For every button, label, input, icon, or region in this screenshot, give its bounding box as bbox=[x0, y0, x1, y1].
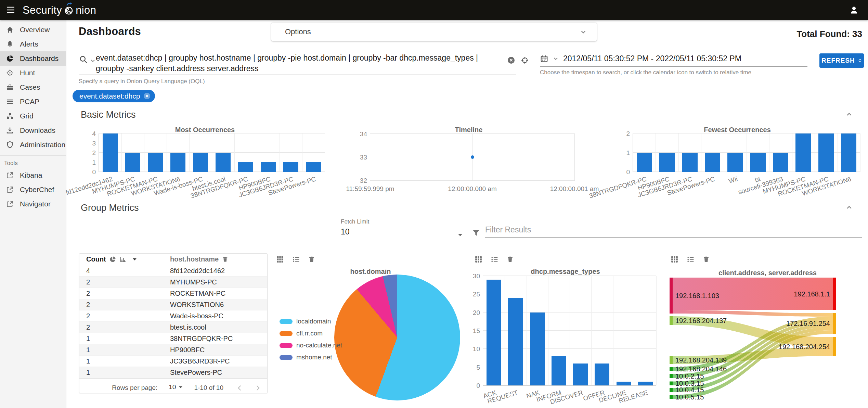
table-row[interactable]: 2WORKSTATION6 bbox=[79, 299, 267, 310]
host-domain-pie[interactable] bbox=[334, 275, 460, 400]
bar-38NTRGDFQKR-PC[interactable] bbox=[637, 153, 652, 172]
bar-REQUEST[interactable] bbox=[508, 298, 523, 385]
bar-btest.is.cool[interactable] bbox=[216, 153, 231, 172]
sidebar-item-administration[interactable]: Administration bbox=[0, 138, 66, 152]
bar-MYHUMPS-PC[interactable] bbox=[125, 153, 141, 172]
sankey-node-192.168.204.146[interactable] bbox=[670, 367, 673, 371]
sankey-node-10.0.5.15[interactable] bbox=[670, 395, 673, 399]
filter-target-icon[interactable] bbox=[521, 56, 529, 64]
search-icon[interactable] bbox=[79, 55, 88, 64]
rows-per-page-select[interactable]: 10 bbox=[168, 383, 184, 392]
bar-DECLINE[interactable] bbox=[617, 382, 631, 385]
sankey-node-192.168.1.1[interactable] bbox=[833, 278, 836, 310]
table-row[interactable]: 1StevePowers-PC bbox=[79, 367, 267, 378]
bar-HP900BFC[interactable] bbox=[659, 153, 675, 172]
bar-Wade-is-boss-PC[interactable] bbox=[193, 153, 208, 172]
trash-icon[interactable] bbox=[506, 255, 514, 264]
sidebar-item-pcap[interactable]: PCAP bbox=[0, 94, 66, 109]
fetch-limit-select[interactable]: 10 bbox=[341, 227, 463, 239]
table-view-icon[interactable] bbox=[670, 255, 679, 264]
sankey-node-192.168.204.137[interactable] bbox=[670, 316, 673, 325]
bar-MYHUMPS-PC[interactable] bbox=[795, 133, 811, 172]
sankey-node-192.168.204.254[interactable] bbox=[833, 337, 836, 356]
bar-NAK[interactable] bbox=[530, 313, 545, 385]
query-history-chevron-icon[interactable] bbox=[90, 58, 96, 64]
table-row[interactable]: 138NTRGDFQKR-PC bbox=[79, 333, 267, 344]
sidebar-item-dashboards[interactable]: Dashboards bbox=[0, 51, 66, 66]
legend-item-localdomain[interactable]: localdomain bbox=[280, 318, 342, 325]
filter-results-input[interactable]: Filter Results bbox=[485, 225, 862, 238]
bar-WORKSTATION6[interactable] bbox=[841, 133, 856, 172]
options-panel[interactable]: Options bbox=[271, 23, 597, 41]
group-metrics-collapse-icon[interactable] bbox=[844, 203, 854, 212]
sankey-node-172.16.91.254[interactable] bbox=[833, 313, 836, 334]
sankey-diagram[interactable]: 192.168.1.103192.168.204.137192.168.204.… bbox=[669, 273, 837, 407]
bar-HP900BFC[interactable] bbox=[261, 162, 276, 172]
previous-page-icon[interactable] bbox=[236, 384, 244, 392]
bar-ACK[interactable] bbox=[487, 280, 501, 385]
legend-item-mshome.net[interactable]: mshome.net bbox=[280, 354, 342, 361]
legend-item-cfl.rr.com[interactable]: cfl.rr.com bbox=[280, 330, 342, 337]
sankey-node-10.0.2.15[interactable] bbox=[670, 374, 673, 378]
basic-metrics-collapse-icon[interactable] bbox=[844, 110, 854, 119]
sort-desc-icon[interactable] bbox=[132, 258, 137, 261]
table-row[interactable]: 1JC3GB6JRD3R-PC bbox=[79, 356, 267, 367]
sidebar-item-overview[interactable]: Overview bbox=[0, 23, 66, 37]
pie-toggle-icon[interactable] bbox=[109, 256, 116, 263]
bar-StevePowers-PC[interactable] bbox=[705, 153, 720, 172]
sidebar-tool-cyberchef[interactable]: CyberChef bbox=[0, 182, 66, 197]
filter-chip[interactable]: event.dataset:dhcp bbox=[73, 90, 155, 102]
sidebar-tool-kibana[interactable]: Kibana bbox=[0, 168, 66, 182]
user-account-icon[interactable] bbox=[849, 5, 859, 15]
list-view-icon[interactable] bbox=[686, 255, 695, 264]
bar-JC3GB6JRD3R-PC[interactable] bbox=[682, 153, 697, 172]
bar-OFFER[interactable] bbox=[595, 364, 609, 385]
bar-ROCKETMAN-PC[interactable] bbox=[148, 153, 163, 172]
query-input[interactable]: event.dataset:dhcp | groupby host.hostna… bbox=[96, 53, 498, 74]
bar-ROCKETMAN-PC[interactable] bbox=[818, 133, 834, 172]
sankey-node-10.0.4.15[interactable] bbox=[670, 388, 673, 392]
bar-8fd12edd2dc1462[interactable] bbox=[103, 133, 118, 172]
table-row[interactable]: 2Wade-is-boss-PC bbox=[79, 310, 267, 322]
next-page-icon[interactable] bbox=[254, 384, 262, 392]
table-row[interactable]: 1HP900BFC bbox=[79, 344, 267, 356]
column-header-count[interactable]: Count bbox=[86, 255, 106, 263]
bar-toggle-icon[interactable] bbox=[119, 256, 127, 263]
list-view-icon[interactable] bbox=[292, 255, 300, 264]
bar-38NTRGDFQKR-PC[interactable] bbox=[238, 162, 254, 172]
sidebar-item-grid[interactable]: Grid bbox=[0, 109, 66, 123]
table-view-icon[interactable] bbox=[474, 255, 483, 264]
bar-Wii[interactable] bbox=[727, 153, 743, 172]
sankey-node-10.0.3.15[interactable] bbox=[670, 382, 673, 385]
list-view-icon[interactable] bbox=[490, 255, 499, 264]
bar-WORKSTATION6[interactable] bbox=[170, 153, 186, 172]
table-row[interactable]: 48fd12edd2dc1462 bbox=[79, 265, 267, 277]
column-header-hostname[interactable]: host.hostname bbox=[170, 255, 219, 263]
sankey-node-192.168.1.103[interactable] bbox=[670, 278, 673, 314]
sidebar-item-alerts[interactable]: Alerts bbox=[0, 37, 66, 51]
table-row[interactable]: 2MYHUMPS-PC bbox=[79, 277, 267, 288]
trash-icon[interactable] bbox=[702, 255, 710, 264]
bar-sourcefi-399363[interactable] bbox=[773, 153, 788, 172]
sankey-link-192.168.1.103-to-172.16.91.254[interactable] bbox=[673, 310, 833, 317]
sankey-node-192.168.204.139[interactable] bbox=[670, 356, 673, 364]
sidebar-item-cases[interactable]: Cases bbox=[0, 80, 66, 94]
clear-query-icon[interactable] bbox=[507, 56, 515, 64]
trash-icon[interactable] bbox=[222, 256, 229, 263]
menu-icon[interactable] bbox=[6, 6, 15, 14]
bar-JC3GB6JRD3R-PC[interactable] bbox=[283, 162, 299, 172]
timespan-chevron-icon[interactable] bbox=[553, 55, 559, 62]
bar-bt[interactable] bbox=[750, 153, 766, 172]
sidebar-tool-navigator[interactable]: Navigator bbox=[0, 197, 66, 211]
table-view-icon[interactable] bbox=[276, 255, 284, 264]
sidebar-item-hunt[interactable]: Hunt bbox=[0, 66, 66, 80]
sidebar-item-downloads[interactable]: Downloads bbox=[0, 123, 66, 138]
table-row[interactable]: 2ROCKETMAN-PC bbox=[79, 288, 267, 299]
timespan-value[interactable]: 2012/05/11 05:30:52 PM - 2022/05/11 05:3… bbox=[563, 54, 741, 63]
refresh-button[interactable]: REFRESH bbox=[819, 53, 864, 68]
trash-icon[interactable] bbox=[308, 255, 315, 264]
bar-DISCOVER[interactable] bbox=[573, 364, 588, 385]
legend-item-no-calculate.net[interactable]: no-calculate.net bbox=[280, 342, 342, 349]
chip-close-icon[interactable] bbox=[143, 92, 151, 100]
bar-StevePowers-PC[interactable] bbox=[306, 162, 321, 172]
